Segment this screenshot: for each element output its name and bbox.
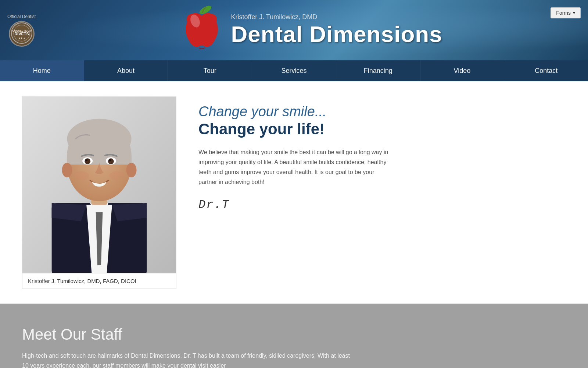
svg-text:★ ★ ★: ★ ★ ★: [18, 37, 25, 39]
nav-video[interactable]: Video: [420, 60, 505, 81]
nav-tour[interactable]: Tour: [168, 60, 252, 81]
staff-section: Meet Our Staff High-tech and soft touch …: [0, 304, 588, 368]
svg-point-26: [62, 163, 72, 177]
rivets-logo-text: CONNECTICUT RIVETS ★ ★ ★: [11, 22, 33, 45]
svg-point-20: [85, 158, 90, 164]
nav-financing[interactable]: Financing: [336, 60, 420, 81]
tagline-area: Change your smile... Change your life! W…: [198, 96, 566, 212]
svg-point-24: [74, 171, 89, 180]
svg-point-21: [108, 158, 114, 164]
forms-button[interactable]: Forms: [551, 7, 581, 18]
staff-description: High-tech and soft touch are hallmarks o…: [22, 351, 353, 368]
staff-title: Meet Our Staff: [22, 326, 566, 343]
svg-text:RIVETS: RIVETS: [14, 32, 29, 36]
main-content: Kristoffer J. Tumilowicz, DMD, FAGD, DIC…: [0, 81, 588, 304]
rivets-logo: CONNECTICUT RIVETS ★ ★ ★: [9, 21, 35, 47]
tagline-bold: Change your life!: [198, 120, 566, 138]
brand-name: Dental Dimensions: [231, 21, 442, 47]
svg-point-22: [85, 159, 87, 161]
doctor-signature: Dr.T: [198, 198, 566, 212]
nav-contact[interactable]: Contact: [504, 60, 588, 81]
nav-about[interactable]: About: [84, 60, 168, 81]
doctor-caption: Kristoffer J. Tumilowicz, DMD, FAGD, DIC…: [22, 273, 176, 289]
tagline-light: Change your smile...: [198, 103, 566, 120]
svg-point-27: [126, 163, 137, 177]
site-header: Official Dentist CONNECTICUT RIVETS ★ ★ …: [0, 0, 588, 60]
apple-icon: [180, 6, 224, 55]
official-dentist-label: Official Dentist: [7, 14, 36, 19]
logo-area: Kristoffer J. Tumilowicz, DMD Dental Dim…: [41, 6, 581, 55]
official-dentist-badge: Official Dentist CONNECTICUT RIVETS ★ ★ …: [7, 14, 36, 47]
tagline-description: We believe that making your smile the be…: [198, 147, 390, 187]
svg-point-23: [109, 159, 111, 161]
doctor-name: Kristoffer J. Tumilowicz, DMD: [231, 13, 442, 21]
doctor-photo: [22, 96, 176, 273]
doctor-card: Kristoffer J. Tumilowicz, DMD, FAGD, DIC…: [22, 96, 176, 289]
nav-home[interactable]: Home: [0, 60, 84, 81]
svg-point-25: [110, 171, 124, 180]
nav-services[interactable]: Services: [252, 60, 336, 81]
brand-text: Kristoffer J. Tumilowicz, DMD Dental Dim…: [231, 13, 442, 47]
main-navigation: Home About Tour Services Financing Video…: [0, 60, 588, 81]
